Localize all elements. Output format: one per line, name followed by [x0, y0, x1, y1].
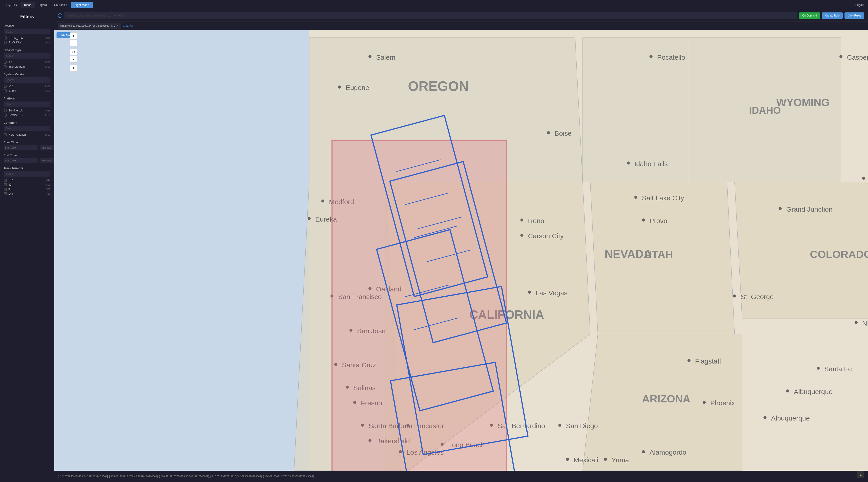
- svg-text:Flagstaff: Flagstaff: [695, 357, 721, 365]
- svg-text:IDAHO: IDAHO: [749, 105, 781, 116]
- platform-radio-sentinel1b[interactable]: [4, 114, 7, 117]
- filter-tag-text: polygon: [[-124.0719509124756,34.3593089…: [60, 24, 116, 27]
- sidebar-title: Filters: [0, 10, 54, 22]
- start-time-start-input[interactable]: [4, 145, 37, 150]
- nav-logout[interactable]: Logout: [855, 3, 864, 6]
- system-version-label-v1: v1.1: [8, 85, 14, 88]
- filter-section-title-dataset: Dataset: [4, 24, 51, 28]
- dataset-radio-s1-iw-slc[interactable]: [4, 36, 7, 39]
- nav-item-tosca[interactable]: Tosca: [21, 2, 35, 8]
- system-version-search-input[interactable]: [4, 77, 51, 83]
- track-checkbox-35[interactable]: [4, 188, 6, 191]
- filter-section-title-start-time: Start Time: [4, 141, 51, 144]
- system-version-radio-v2[interactable]: [4, 89, 7, 92]
- track-label-144: 144: [8, 192, 13, 195]
- zoom-in-button[interactable]: +: [70, 32, 77, 39]
- svg-point-75: [649, 55, 652, 58]
- svg-point-59: [687, 359, 690, 362]
- chevron-up-icon: ▲: [859, 473, 862, 477]
- svg-point-55: [558, 424, 561, 427]
- svg-text:Idaho Falls: Idaho Falls: [634, 160, 668, 168]
- track-count-42: 600: [46, 183, 51, 186]
- chevron-down-icon: ▾: [66, 4, 67, 6]
- create-rule-button[interactable]: Create Rule: [822, 12, 843, 19]
- dataset-label-s1-gunw: S1-GUNW: [8, 41, 22, 44]
- dataset-count-s1-gunw: 2606: [45, 41, 51, 44]
- nav-item-figaro[interactable]: Figaro: [35, 2, 50, 8]
- svg-text:St. George: St. George: [741, 293, 774, 300]
- filter-section-title-platform: Platform: [4, 97, 51, 100]
- dataset-type-radio-interferogram[interactable]: [4, 65, 7, 68]
- nav-item-sources[interactable]: Sources ▾: [51, 2, 70, 8]
- map-container[interactable]: Hide Map + − ⬡ ■ ✎: [54, 30, 868, 471]
- svg-text:Albuquerque: Albuquerque: [794, 388, 833, 395]
- view-rules-button[interactable]: View Rules: [844, 12, 864, 19]
- svg-text:OREGON: OREGON: [408, 79, 469, 94]
- info-icon: i: [58, 13, 62, 18]
- svg-text:COLORADO: COLORADO: [810, 248, 868, 260]
- list-item: v1.1 2916: [4, 84, 51, 89]
- filter-section-continent: Continent North America 5522: [0, 119, 54, 138]
- svg-point-83: [604, 458, 607, 461]
- svg-text:UTAH: UTAH: [644, 248, 673, 260]
- dataset-search-input[interactable]: [4, 29, 51, 34]
- track-checkbox-42[interactable]: [4, 183, 6, 186]
- track-checkbox-137[interactable]: [4, 179, 6, 182]
- platform-search-input[interactable]: [4, 101, 51, 107]
- end-time-start-input[interactable]: [4, 158, 37, 163]
- nav-lightmode-button[interactable]: Light Mode: [71, 2, 93, 8]
- track-checkbox-144[interactable]: [4, 192, 6, 195]
- system-version-radio-v1[interactable]: [4, 85, 7, 88]
- svg-point-35: [634, 196, 637, 199]
- edit-shape-button[interactable]: ✎: [70, 65, 77, 72]
- on-demand-button[interactable]: On Demand: [799, 12, 820, 19]
- coords-text: [[-124.0719509124756,34.3593089747 9564]…: [58, 475, 314, 478]
- continent-radio-north-america[interactable]: [4, 133, 7, 136]
- start-time-end-input[interactable]: [40, 145, 54, 150]
- list-item: 42 600: [4, 182, 51, 187]
- map-controls: + − ⬡ ■ ✎: [70, 32, 77, 72]
- list-item: interferogram 2606: [4, 64, 51, 69]
- map-svg: OREGON CALIFORNIA NEVADA IDAHO UTAH WYOM…: [54, 30, 868, 471]
- svg-text:NEW MEXICO: NEW MEXICO: [862, 320, 868, 327]
- dataset-type-label-interferogram: interferogram: [8, 65, 25, 68]
- svg-point-63: [733, 294, 736, 297]
- draw-rectangle-button[interactable]: ■: [70, 56, 77, 63]
- svg-text:WYOMING: WYOMING: [776, 96, 830, 108]
- filter-section-track-number: Track Number 137 644 42 600 35: [0, 164, 54, 198]
- filter-tags-bar: polygon: [[-124.0719509124756,34.3593089…: [54, 22, 868, 30]
- svg-text:San Diego: San Diego: [566, 422, 598, 429]
- filter-section-system-version: System Version v1.1 2916 v2.0.2 2606: [0, 70, 54, 94]
- list-item: slc 2916: [4, 60, 51, 64]
- scroll-to-top-button[interactable]: ▲: [857, 471, 864, 478]
- filter-section-title-continent: Continent: [4, 121, 51, 124]
- filter-section-end-time: End Time -: [0, 151, 54, 164]
- filter-section-title-system-version: System Version: [4, 72, 51, 76]
- draw-polygon-button[interactable]: ⬡: [70, 49, 77, 55]
- svg-text:Santa Fe: Santa Fe: [824, 365, 852, 372]
- sidebar: Filters Dataset S1-IW_SLC 2916 S1-GUNW 2…: [0, 10, 54, 482]
- system-version-label-v2: v2.0.2: [8, 89, 16, 92]
- filter-tag-close-icon[interactable]: ×: [117, 24, 119, 27]
- svg-text:Casper: Casper: [847, 54, 868, 61]
- dataset-type-radio-slc[interactable]: [4, 61, 7, 64]
- svg-marker-89: [332, 140, 507, 471]
- query-input[interactable]: [64, 12, 797, 19]
- svg-point-57: [528, 291, 531, 294]
- track-number-search-input[interactable]: [4, 171, 51, 177]
- dataset-type-search-input[interactable]: [4, 53, 51, 59]
- svg-text:Eugene: Eugene: [346, 84, 369, 91]
- svg-text:Reno: Reno: [528, 217, 544, 224]
- coords-bar: [[-124.0719509124756,34.3593089747 9564]…: [54, 471, 868, 482]
- track-count-35: 522: [46, 188, 51, 190]
- end-time-end-input[interactable]: [40, 158, 54, 163]
- continent-search-input[interactable]: [4, 126, 51, 131]
- clear-all-button[interactable]: Clear All: [123, 24, 133, 27]
- dataset-radio-s1-gunw[interactable]: [4, 41, 7, 44]
- filter-section-dataset: Dataset S1-IW_SLC 2916 S1-GUNW 2606: [0, 22, 54, 46]
- svg-point-15: [321, 200, 324, 202]
- zoom-out-button[interactable]: −: [70, 39, 77, 47]
- platform-radio-sentinel1a[interactable]: [4, 109, 7, 112]
- dataset-type-count-interferogram: 2606: [45, 65, 51, 68]
- dataset-count-s1-iw-slc: 2916: [45, 37, 51, 39]
